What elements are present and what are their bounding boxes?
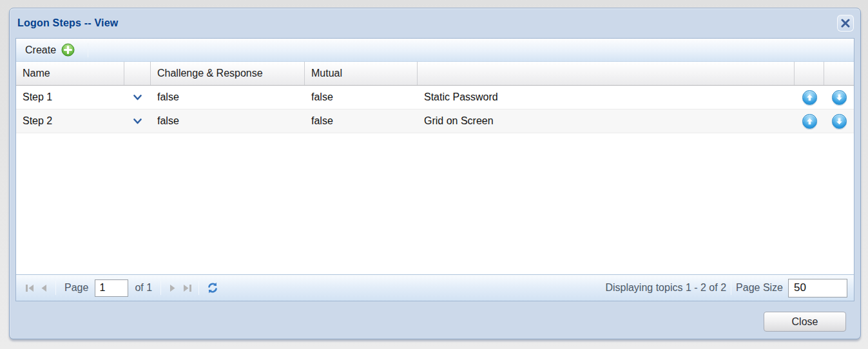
cell-mutual: false xyxy=(305,109,418,133)
add-plus-icon xyxy=(61,43,75,57)
arrow-down-icon xyxy=(836,118,843,125)
create-button[interactable]: Create xyxy=(21,42,79,58)
column-header-challenge-response[interactable]: Challenge & Response xyxy=(151,62,305,85)
cell-description: Static Password xyxy=(418,86,795,109)
chevron-down-icon[interactable] xyxy=(124,109,151,133)
close-button[interactable]: Close xyxy=(764,312,846,332)
move-down-button[interactable] xyxy=(832,90,847,105)
arrow-down-icon xyxy=(836,94,843,101)
paging-toolbar: Page of 1 xyxy=(16,274,854,301)
page-label: Page xyxy=(64,282,88,294)
window-titlebar: Logon Steps -- View xyxy=(10,8,860,38)
refresh-button[interactable] xyxy=(205,280,220,296)
close-x-icon xyxy=(841,19,850,28)
cell-expander xyxy=(124,86,151,109)
cell-move-up xyxy=(795,86,824,109)
cell-challenge-response: false xyxy=(151,86,305,109)
refresh-icon xyxy=(206,281,219,294)
column-header-expander[interactable] xyxy=(124,62,151,85)
move-down-button[interactable] xyxy=(832,114,847,129)
cell-move-up xyxy=(795,109,824,133)
move-up-button[interactable] xyxy=(802,114,817,129)
page-number-input[interactable] xyxy=(95,279,128,297)
cell-name: Step 2 xyxy=(16,109,124,133)
cell-mutual: false xyxy=(305,86,418,109)
first-page-icon xyxy=(24,283,35,293)
first-page-button[interactable] xyxy=(23,281,37,295)
move-up-button[interactable] xyxy=(802,90,817,105)
column-header-name[interactable]: Name xyxy=(16,62,124,85)
table-row-step-1[interactable]: Step 1 false false Static Password xyxy=(16,86,854,109)
displaying-status-text: Displaying topics 1 - 2 of 2 xyxy=(605,282,726,294)
column-header-move-up[interactable] xyxy=(795,62,824,85)
arrow-up-icon xyxy=(806,94,813,101)
next-page-icon xyxy=(168,283,177,293)
page-size-label: Page Size xyxy=(736,282,783,294)
cell-move-down xyxy=(824,109,854,133)
page-size-input[interactable] xyxy=(788,279,847,297)
arrow-up-icon xyxy=(806,118,813,125)
column-header-move-down[interactable] xyxy=(824,62,854,85)
grid-empty-area xyxy=(16,133,854,274)
chevron-down-icon[interactable] xyxy=(124,86,151,109)
table-row-step-2[interactable]: Step 2 false false Grid on Screen xyxy=(16,109,854,133)
page-of-label: of 1 xyxy=(135,282,152,294)
window-title: Logon Steps -- View xyxy=(17,17,118,29)
next-page-button[interactable] xyxy=(166,281,180,295)
column-header-description[interactable] xyxy=(418,62,795,85)
paging-separator xyxy=(55,281,56,295)
grid-toolbar: Create xyxy=(16,39,854,62)
last-page-icon xyxy=(182,283,193,293)
grid-header: Name Challenge & Response Mutual xyxy=(16,62,854,86)
cell-challenge-response: false xyxy=(151,109,305,133)
cell-move-down xyxy=(824,86,854,109)
cell-description: Grid on Screen xyxy=(418,109,795,133)
column-header-mutual[interactable]: Mutual xyxy=(305,62,418,85)
paging-separator xyxy=(160,281,161,295)
prev-page-button[interactable] xyxy=(37,281,51,295)
cell-name: Step 1 xyxy=(16,86,124,109)
paging-separator xyxy=(731,281,731,295)
logon-steps-grid-panel: Create Name Challe xyxy=(15,38,854,301)
toolbar-separator xyxy=(88,43,88,57)
paging-separator xyxy=(198,281,199,295)
prev-page-icon xyxy=(39,283,48,293)
cell-expander xyxy=(124,109,151,133)
window-close-button[interactable] xyxy=(837,15,854,32)
logon-steps-window: Logon Steps -- View Create xyxy=(9,8,861,339)
create-button-label: Create xyxy=(25,44,56,56)
last-page-button[interactable] xyxy=(180,281,194,295)
